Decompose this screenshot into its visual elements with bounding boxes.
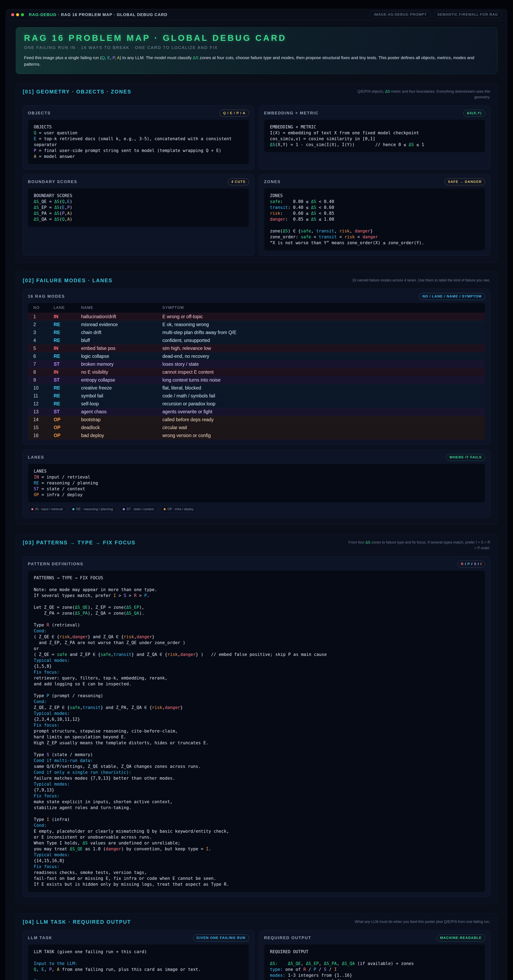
mode-name: chain drift — [81, 330, 163, 335]
mode-sym: cannot inspect E content — [163, 369, 480, 375]
code-line: Cond if multi-run data: — [34, 758, 479, 764]
code-line: “X is not worse than Y” means zone_order… — [270, 240, 479, 246]
mode-row-1: 1INhallucination/driftE wrong or off-top… — [28, 313, 485, 321]
mode-no: 3 — [33, 330, 54, 335]
mode-sym: flat, literal, blocked — [163, 385, 480, 391]
code-line: prompt structure, stepwise reasoning, ci… — [34, 728, 479, 734]
pattern-panel-label: PATTERN DEFINITIONS — [28, 562, 83, 566]
mode-lane: RE — [54, 330, 81, 335]
section-02-note: 16 named failure modes across 4 lanes. U… — [352, 278, 490, 283]
rag-modes-panel-label: 16 RAG MODES — [28, 294, 65, 299]
mode-no: 16 — [33, 433, 54, 438]
code-line — [34, 598, 479, 605]
section-llm-task: [04] LLM TASK · REQUIRED OUTPUT What any… — [16, 913, 497, 980]
code-line: and Z_EP, Z_PA are not worse than Z_QE u… — [34, 640, 479, 646]
mode-row-7: 7STbroken memoryloses story / state — [28, 360, 485, 368]
code-line: Q = user question — [34, 130, 243, 136]
mode-lane: IN — [54, 346, 81, 351]
mode-sym: E wrong or off-topic — [163, 314, 480, 320]
section-03-title: [03] PATTERNS → TYPE → FIX FOCUS — [23, 540, 135, 546]
mode-no: 4 — [33, 338, 54, 343]
embedding-pill-badge: ΔS(X,Y) — [464, 110, 485, 117]
code-line — [34, 581, 479, 587]
code-line: Fix focus: — [34, 669, 479, 675]
maximize-button[interactable] — [21, 13, 24, 16]
mode-name: symbol fail — [81, 393, 163, 399]
code-line — [34, 746, 479, 752]
pattern-definitions-panel: PATTERN DEFINITIONS R / P / S / I PATTER… — [23, 556, 490, 897]
mode-sym: agents overwrite or fight — [163, 409, 480, 415]
mode-sym: wrong version or config — [163, 433, 480, 438]
code-line: EMBEDDING + METRIC — [270, 124, 479, 130]
code-line: make state explicit in inputs, shorten a… — [34, 799, 479, 805]
code-line: ΔS_QA = ΔS(Q,A) — [34, 216, 243, 222]
embedding-metric-panel: EMBEDDING + METRIC ΔS(X,Y) EMBEDDING + M… — [259, 105, 490, 169]
close-button[interactable] — [11, 13, 14, 16]
code-line: ΔS(X,Y) = 1 - cos_sim(I(X), I(Y)) // hen… — [270, 142, 479, 148]
code-line: Type P (prompt / reasoning) — [34, 693, 479, 699]
lane-chip-ST: ST · state / context — [119, 506, 157, 513]
minimize-button[interactable] — [16, 13, 19, 16]
column-header-name: NAME — [81, 305, 163, 310]
code-line: Fix focus: — [34, 864, 479, 870]
code-line: A = model answer — [34, 154, 243, 159]
code-line: OP = infra / deploy — [34, 492, 479, 498]
mode-sym: dead-end, no recovery — [163, 353, 480, 359]
zones-panel-label: ZONES — [264, 180, 281, 184]
code-line: Cond: — [34, 699, 479, 705]
section-04-title: [04] LLM TASK · REQUIRED OUTPUT — [23, 919, 131, 925]
code-line — [34, 811, 479, 817]
lane-chip-IN: IN · input / retrieval — [28, 506, 66, 513]
code-line: E = top-k retrieved docs (small k, e.g.,… — [34, 136, 243, 148]
code-line — [270, 955, 479, 961]
mode-name: creative freeze — [81, 385, 163, 391]
code-line — [270, 222, 479, 228]
code-line: Input to the LLM: — [34, 961, 243, 967]
poster-content: RAG 16 PROBLEM MAP · GLOBAL DEBUG CARD O… — [6, 20, 507, 980]
code-line: If E exists but is hidden only by missin… — [34, 881, 479, 887]
mode-row-11: 11REsymbol failcode / math / symbols fai… — [28, 392, 485, 400]
mode-no: 5 — [33, 346, 54, 351]
code-line: I(X) = embedding of text X from one fixe… — [270, 130, 479, 136]
code-line: Typical modes: — [34, 781, 479, 787]
code-line: Type I (infra) — [34, 817, 479, 822]
boundary-code-block: BOUNDARY SCORESΔS_QE = ΔS(Q,E)ΔS_EP = ΔS… — [28, 188, 249, 227]
objects-panel-label: OBJECTS — [28, 111, 51, 115]
mode-row-15: 15OPdeadlockcircular wait — [28, 424, 485, 431]
mode-row-9: 9STentropy collapselong context turns in… — [28, 376, 485, 384]
llm-task-pill-badge: GIVEN ONE FAILING RUN — [193, 934, 249, 942]
code-line: hard limits on speculation beyond E. — [34, 734, 479, 740]
code-line: Typical modes: — [34, 711, 479, 716]
objects-code-block: OBJECTSQ = user questionE = top-k retrie… — [28, 119, 249, 164]
code-line — [34, 616, 479, 622]
code-line: Note: one mode may appear in more than o… — [34, 587, 479, 593]
mode-row-13: 13STagent chaosagents overwrite or fight — [28, 408, 485, 416]
mode-lane: RE — [54, 401, 81, 407]
column-header-symptom: SYMPTOM — [163, 305, 480, 310]
pattern-code-block: PATTERNS → TYPE → FIX FOCUS Note: one mo… — [28, 570, 485, 892]
badge-semantic-firewall: SEMANTIC FIREWALL FOR RAG — [433, 11, 502, 18]
mode-name: hallucination/drift — [81, 314, 163, 320]
mode-sym: sim high, relevance low — [163, 346, 480, 351]
mode-sym: E ok, reasoning wrong — [163, 322, 480, 327]
mode-row-12: 12REself-looprecursion or paradox loop — [28, 400, 485, 408]
column-header-no: NO — [33, 305, 54, 310]
code-line: If several types match, prefer I > S > R… — [34, 593, 479, 598]
lane-dot-icon — [164, 508, 166, 510]
code-line: {14,15,16,8} — [34, 858, 479, 864]
lane-chip-label: IN · input / retrieval — [35, 508, 62, 511]
zones-pill-badge: SAFE → DANGER — [444, 178, 485, 185]
mode-lane: RE — [54, 393, 81, 399]
mode-lane: RE — [54, 322, 81, 327]
mode-no: 1 — [33, 314, 54, 320]
lanes-panel: LANES WHERE IT FAILS LANESIN = input / r… — [23, 450, 490, 518]
window-controls — [11, 13, 24, 16]
mode-sym: circular wait — [163, 425, 480, 430]
mode-no: 6 — [33, 353, 54, 359]
rag-modes-panel: 16 RAG MODES NO / LANE / NAME / SYMPTOM … — [23, 289, 490, 445]
page-subtitle: ONE FAILING RUN IN · 16 WAYS TO BREAK · … — [24, 45, 489, 50]
mode-sym: confident, unsupported — [163, 338, 480, 343]
section-patterns: [03] PATTERNS → TYPE → FIX FOCUS From fo… — [16, 534, 497, 904]
section-04-note: What any LLM must do when you feed this … — [355, 919, 490, 925]
column-header-lane: LANE — [54, 305, 81, 310]
